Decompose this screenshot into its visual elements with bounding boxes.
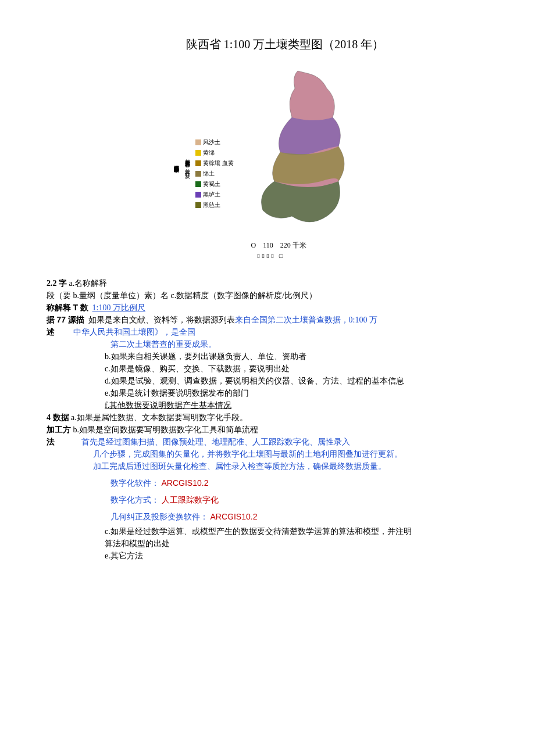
text: 首先是经过图集扫描、图像预处理、地理配准、人工跟踪数字化、属性录入 — [81, 438, 350, 446]
text: f.其他数据要说明数据产生基本情况 — [47, 399, 488, 411]
scale-bar: O 110 220 千米 ▯▯▯▯ ▢ — [240, 240, 362, 260]
text: 77 — [57, 315, 66, 324]
section-heading: 2.2 字 — [47, 279, 67, 288]
section-heading: 4 数据 — [47, 413, 69, 422]
map-figure: 它地积株褐箱填稻土淤钙土 其山新暗栗栗梭水 相紫 质姜青色 石石砂 ☆什 黑 什… — [47, 65, 488, 260]
scale-value: 1:100 万比例尺 — [92, 303, 145, 312]
legend-vertical-text-2: 相紫 质姜青色 石石砂 ☆什 黑 什 什 灰 — [184, 155, 191, 170]
text: 数字化软件： — [110, 479, 159, 488]
legend-item: 黄褐土 — [203, 180, 220, 189]
text: 加工完成后通过图斑矢量化检查、属性录入检查等质控方法，确保最终数据质量。 — [47, 460, 488, 472]
text: c.如果是镜像、购买、交换、下载数据，要说明出处 — [47, 363, 488, 375]
legend-vertical-text-1: 它地积株褐箱填稻土淤钙土 其山新暗栗栗梭水 — [173, 162, 180, 163]
map-svg: O 110 220 千米 ▯▯▯▯ ▢ — [240, 65, 362, 260]
software-name: ARCGIS10.2 — [162, 478, 209, 488]
legend-item: 绵土 — [203, 169, 215, 178]
text: 几个步骤，完成图集的矢量化，并将数字化土壤图与最新的土地利用图叠加进行更新。 — [47, 448, 488, 460]
text: 法 — [47, 438, 55, 446]
text: d.如果是试验、观测、调查数据，要说明相关的仪器、设备、方法、过程的基本信息 — [47, 375, 488, 387]
text: 述 — [47, 328, 55, 336]
text: 源描 — [68, 316, 84, 324]
legend-item: 黄绵 — [203, 148, 215, 157]
text: e.其它方法 — [47, 550, 488, 562]
text: 来自全国第二次土壤普查数据，0:100 万 — [235, 316, 377, 324]
text: 段（要 b.量纲（度量单位）素）名 c.数据精度（数字图像的解析度/比例尺） — [47, 289, 488, 302]
legend-item: 黑垆土 — [203, 190, 220, 199]
text: a.如果是属性数据、文本数据要写明数字化手段。 — [71, 413, 248, 422]
text: 中华人民共和国土壤图》，是全国 — [73, 328, 195, 336]
text: b.如果是空间数据要写明数据数字化工具和简单流程 — [73, 425, 259, 434]
text: e.如果是统计数据要说明数据发布的部门 — [47, 387, 488, 399]
text: b.如果来自相关课题，要列出课题负责人、单位、资助者 — [47, 350, 488, 363]
text: a.名称解释 — [69, 279, 108, 288]
text: 算法和模型的出处 — [47, 538, 488, 550]
document-title: 陕西省 1:100 万土壤类型图（2018 年） — [81, 35, 488, 53]
text: 加工方 — [47, 425, 71, 434]
text: 第二次土壤普查的重要成果。 — [110, 340, 216, 349]
legend-item: 黄棕壤 血黄 — [203, 159, 234, 168]
text: c.如果是经过数学运算、或模型产生的数据要交待清楚数学运算的算法和模型，并注明 — [47, 525, 488, 538]
text: T — [73, 303, 79, 312]
software-name: ARCGIS10.2 — [211, 512, 258, 521]
text: 数字化方式： — [110, 496, 159, 504]
text: 几何纠正及投影变换软件： — [110, 513, 208, 521]
text: 数 — [80, 303, 88, 312]
text: 人工跟踪数字化 — [162, 496, 219, 504]
text: 如果是来自文献、资料等，将数据源列表 — [88, 316, 235, 324]
map-legend: 风沙土 黄绵 黄棕壤 血黄 绵土 黄褐土 黑垆土 黑毡土 — [195, 114, 234, 210]
legend-item: 风沙土 — [203, 138, 220, 147]
text: 称解释 — [47, 303, 71, 312]
legend-item: 黑毡土 — [203, 200, 220, 210]
text: 据 — [47, 316, 55, 324]
